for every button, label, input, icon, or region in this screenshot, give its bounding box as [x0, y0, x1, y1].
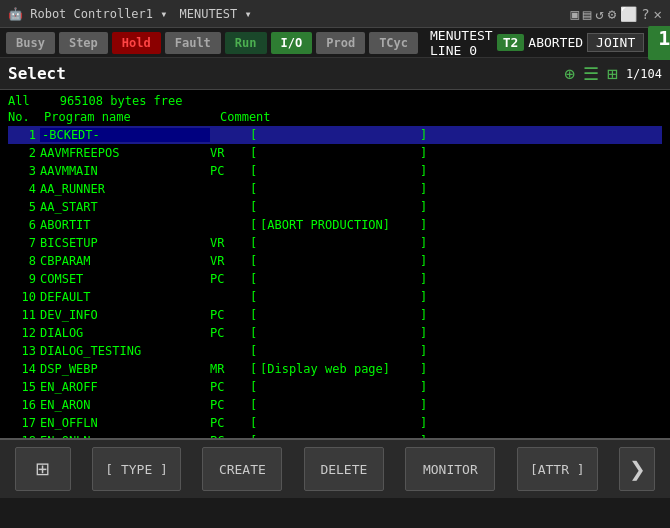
row-program-name: COMSET: [40, 272, 210, 286]
joint-tag: JOINT: [587, 33, 644, 52]
bracket-open: [: [250, 200, 260, 214]
percent-value: 100: [658, 26, 670, 50]
program-list[interactable]: All 965108 bytes free No. Program name C…: [0, 90, 670, 438]
close-icon[interactable]: ✕: [654, 6, 662, 22]
step-button[interactable]: Step: [59, 32, 108, 54]
row-program-name: AAVMMAIN: [40, 164, 210, 178]
bracket-open: [: [250, 164, 260, 178]
program-row[interactable]: 10DEFAULT[]: [8, 288, 662, 306]
robot-controller-label: 🤖 Robot Controller1 ▾: [8, 7, 168, 21]
row-number: 15: [8, 380, 40, 394]
bracket-close: ]: [420, 218, 427, 232]
bracket-close: ]: [420, 380, 427, 394]
bracket-close: ]: [420, 200, 427, 214]
delete-button[interactable]: DELETE: [304, 447, 384, 491]
program-row[interactable]: 16EN_ARONPC[]: [8, 396, 662, 414]
next-arrow-button[interactable]: ❯: [619, 447, 655, 491]
bracket-open: [: [250, 128, 260, 142]
fault-button[interactable]: Fault: [165, 32, 221, 54]
bracket-open: [: [250, 254, 260, 268]
program-row[interactable]: 15EN_AROFFPC[]: [8, 378, 662, 396]
program-row[interactable]: 6ABORTIT[[ABORT PRODUCTION]]: [8, 216, 662, 234]
row-program-name: BICSETUP: [40, 236, 210, 250]
window-icon[interactable]: ⬜: [620, 6, 637, 22]
bracket-close: ]: [420, 236, 427, 250]
program-row[interactable]: 14DSP_WEBPMR[[Display web page]]: [8, 360, 662, 378]
bracket-open: [: [250, 398, 260, 412]
aborted-label: ABORTED: [528, 35, 583, 50]
program-row[interactable]: 8CBPARAMVR[]: [8, 252, 662, 270]
bracket-open: [: [250, 344, 260, 358]
bracket-close: ]: [420, 146, 427, 160]
prod-button[interactable]: Prod: [316, 32, 365, 54]
menutest-line-label: MENUTEST LINE 0: [430, 28, 493, 58]
type-button[interactable]: [ TYPE ]: [92, 447, 181, 491]
bracket-close: ]: [420, 416, 427, 430]
bracket-open: [: [250, 272, 260, 286]
busy-button[interactable]: Busy: [6, 32, 55, 54]
bracket-open: [: [250, 434, 260, 438]
monitor-button[interactable]: MONITOR: [405, 447, 495, 491]
select-header: Select ⊕ ☰ ⊞ 1/104: [0, 58, 670, 90]
row-program-name: DEV_INFO: [40, 308, 210, 322]
help-icon[interactable]: ?: [641, 6, 649, 22]
row-comment: [Display web page]: [260, 362, 420, 376]
program-row[interactable]: 12DIALOGPC[]: [8, 324, 662, 342]
bracket-open: [: [250, 308, 260, 322]
program-row[interactable]: 2AAVMFREEPOSVR[]: [8, 144, 662, 162]
list-view-icon[interactable]: ☰: [583, 63, 599, 84]
program-row[interactable]: 11DEV_INFOPC[]: [8, 306, 662, 324]
settings-icon[interactable]: ⚙: [608, 6, 616, 22]
row-program-name: AA_START: [40, 200, 210, 214]
row-program-name: -BCKEDT-: [40, 128, 210, 142]
grid-button[interactable]: ⊞: [15, 447, 71, 491]
row-number: 13: [8, 344, 40, 358]
row-type: VR: [210, 236, 250, 250]
col-comment-header: Comment: [220, 110, 400, 124]
hold-button[interactable]: Hold: [112, 32, 161, 54]
row-type: PC: [210, 434, 250, 438]
row-program-name: ABORTIT: [40, 218, 210, 232]
bracket-open: [: [250, 326, 260, 340]
row-program-name: EN_ONLN: [40, 434, 210, 438]
t2-tag: T2: [497, 34, 525, 51]
bracket-close: ]: [420, 182, 427, 196]
refresh-icon[interactable]: ↺: [595, 6, 603, 22]
program-row[interactable]: 13DIALOG_TESTING[]: [8, 342, 662, 360]
row-program-name: EN_OFFLN: [40, 416, 210, 430]
grid-view-icon[interactable]: ⊞: [607, 63, 618, 84]
row-number: 12: [8, 326, 40, 340]
program-row[interactable]: 4AA_RUNNER[]: [8, 180, 662, 198]
calc-icon[interactable]: ▣: [570, 6, 578, 22]
title-bar: 🤖 Robot Controller1 ▾ MENUTEST ▾ ▣ ▤ ↺ ⚙…: [0, 0, 670, 28]
bracket-close: ]: [420, 326, 427, 340]
row-type: PC: [210, 416, 250, 430]
bytes-free: 965108 bytes free: [60, 94, 183, 108]
col-program-header: Program name: [40, 110, 220, 124]
row-number: 9: [8, 272, 40, 286]
program-row[interactable]: 17EN_OFFLNPC[]: [8, 414, 662, 432]
list-header: No. Program name Comment: [8, 110, 662, 124]
program-row[interactable]: 7BICSETUPVR[]: [8, 234, 662, 252]
status-bar: Busy Step Hold Fault Run I/O Prod TCyc M…: [0, 28, 670, 58]
create-button[interactable]: CREATE: [202, 447, 282, 491]
row-type: MR: [210, 362, 250, 376]
bracket-open: [: [250, 380, 260, 394]
bracket-open: [: [250, 218, 260, 232]
row-number: 8: [8, 254, 40, 268]
run-button[interactable]: Run: [225, 32, 267, 54]
row-type: PC: [210, 398, 250, 412]
zoom-in-icon[interactable]: ⊕: [564, 63, 575, 84]
select-title: Select: [8, 64, 66, 83]
program-row[interactable]: 3AAVMMAINPC[]: [8, 162, 662, 180]
tcyc-button[interactable]: TCyc: [369, 32, 418, 54]
program-row[interactable]: 1-BCKEDT-[]: [8, 126, 662, 144]
bracket-close: ]: [420, 344, 427, 358]
program-row[interactable]: 9COMSETPC[]: [8, 270, 662, 288]
attr-button[interactable]: [ATTR ]: [517, 447, 598, 491]
bracket-close: ]: [420, 128, 427, 142]
bracket-close: ]: [420, 434, 427, 438]
program-row[interactable]: 5AA_START[]: [8, 198, 662, 216]
io-button[interactable]: I/O: [271, 32, 313, 54]
keyboard-icon[interactable]: ▤: [583, 6, 591, 22]
